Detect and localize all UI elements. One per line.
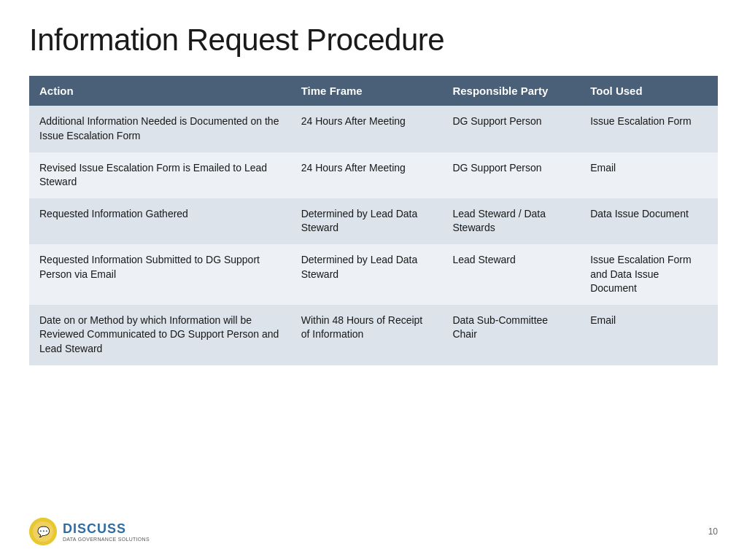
table-row: Requested Information GatheredDetermined…: [29, 198, 718, 244]
cell-responsible: DG Support Person: [442, 106, 580, 152]
cell-action: Additional Information Needed is Documen…: [29, 106, 291, 152]
slide-container: Information Request Procedure Action Tim…: [0, 0, 747, 560]
cell-action: Revised Issue Escalation Form is Emailed…: [29, 152, 291, 198]
page-number: 10: [708, 526, 718, 537]
cell-tool: Data Issue Document: [580, 198, 718, 244]
cell-timeframe: 24 Hours After Meeting: [291, 152, 443, 198]
cell-timeframe: 24 Hours After Meeting: [291, 106, 443, 152]
table-row: Date on or Method by which Information w…: [29, 305, 718, 365]
procedure-table: Action Time Frame Responsible Party Tool…: [29, 76, 718, 365]
cell-responsible: Lead Steward / Data Stewards: [442, 198, 580, 244]
cell-tool: Issue Escalation Form and Data Issue Doc…: [580, 244, 718, 305]
logo-discuss-text: DISCUSS: [63, 521, 150, 537]
col-header-tool: Tool Used: [580, 76, 718, 106]
cell-timeframe: Determined by Lead Data Steward: [291, 244, 443, 305]
cell-responsible: Data Sub-Committee Chair: [442, 305, 580, 365]
logo-icon: 💬: [29, 518, 57, 545]
slide-title: Information Request Procedure: [29, 22, 718, 58]
cell-timeframe: Determined by Lead Data Steward: [291, 198, 443, 244]
col-header-action: Action: [29, 76, 291, 106]
col-header-responsible: Responsible Party: [442, 76, 580, 106]
cell-tool: Issue Escalation Form: [580, 106, 718, 152]
table-row: Additional Information Needed is Documen…: [29, 106, 718, 152]
cell-timeframe: Within 48 Hours of Receipt of Informatio…: [291, 305, 443, 365]
table-wrapper: Action Time Frame Responsible Party Tool…: [29, 76, 718, 506]
cell-responsible: Lead Steward: [442, 244, 580, 305]
logo-tagline-text: DATA GOVERNANCE SOLUTIONS: [63, 537, 150, 542]
footer-logo: 💬 DISCUSS DATA GOVERNANCE SOLUTIONS: [29, 518, 150, 545]
cell-action: Requested Information Submitted to DG Su…: [29, 244, 291, 305]
cell-tool: Email: [580, 305, 718, 365]
cell-action: Requested Information Gathered: [29, 198, 291, 244]
table-header-row: Action Time Frame Responsible Party Tool…: [29, 76, 718, 106]
cell-action: Date on or Method by which Information w…: [29, 305, 291, 365]
logo-text-block: DISCUSS DATA GOVERNANCE SOLUTIONS: [63, 521, 150, 542]
cell-tool: Email: [580, 152, 718, 198]
svg-text:💬: 💬: [37, 526, 50, 538]
col-header-timeframe: Time Frame: [291, 76, 443, 106]
table-row: Requested Information Submitted to DG Su…: [29, 244, 718, 305]
cell-responsible: DG Support Person: [442, 152, 580, 198]
table-row: Revised Issue Escalation Form is Emailed…: [29, 152, 718, 198]
footer: 💬 DISCUSS DATA GOVERNANCE SOLUTIONS 10: [29, 513, 718, 545]
